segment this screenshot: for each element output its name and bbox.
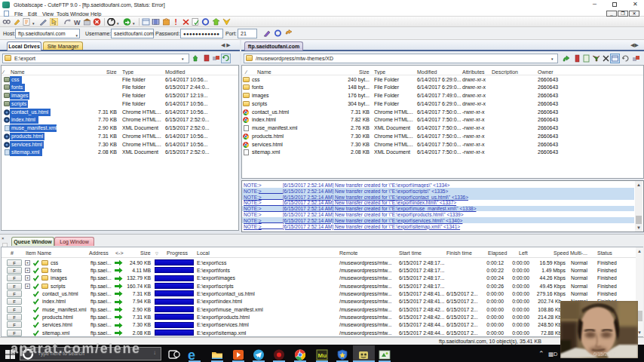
- svg-text:W: W: [74, 19, 81, 26]
- svg-text:Mu: Mu: [318, 352, 327, 359]
- svg-text:!: !: [175, 18, 177, 26]
- svg-text:e: e: [188, 349, 195, 360]
- svg-text:6/15/2017: 6/15/2017: [593, 351, 615, 357]
